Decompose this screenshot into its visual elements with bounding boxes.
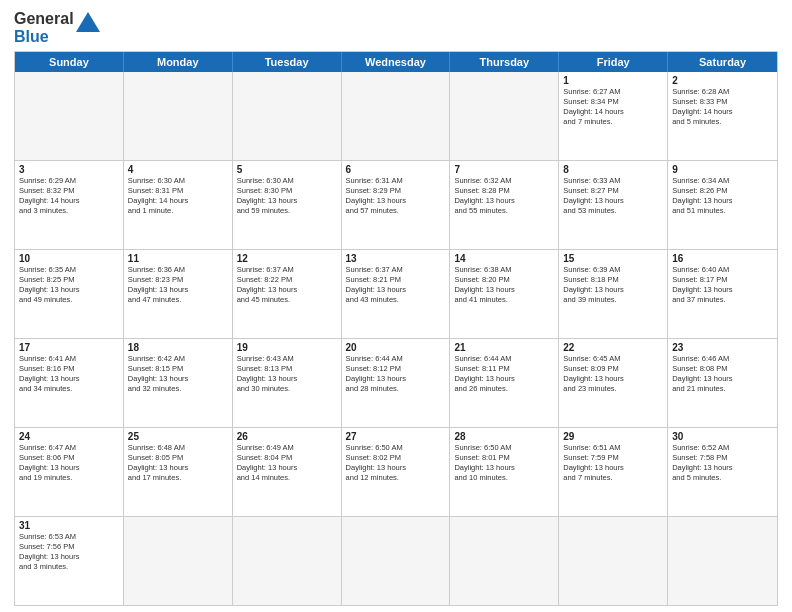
calendar-cell-r0-c1 (124, 72, 233, 160)
day-number: 10 (19, 253, 119, 264)
day-number: 21 (454, 342, 554, 353)
day-info: Sunrise: 6:48 AM Sunset: 8:05 PM Dayligh… (128, 443, 228, 484)
calendar-cell-r2-c0: 10Sunrise: 6:35 AM Sunset: 8:25 PM Dayli… (15, 250, 124, 338)
calendar-cell-r5-c2 (233, 517, 342, 605)
day-info: Sunrise: 6:44 AM Sunset: 8:12 PM Dayligh… (346, 354, 446, 395)
day-number: 16 (672, 253, 773, 264)
day-info: Sunrise: 6:30 AM Sunset: 8:31 PM Dayligh… (128, 176, 228, 217)
calendar-cell-r0-c2 (233, 72, 342, 160)
header: General Blue (14, 10, 778, 47)
calendar-cell-r5-c5 (559, 517, 668, 605)
day-number: 8 (563, 164, 663, 175)
day-number: 9 (672, 164, 773, 175)
page: General Blue SundayMondayTuesdayWednesda… (0, 0, 792, 612)
day-number: 4 (128, 164, 228, 175)
calendar-body: 1Sunrise: 6:27 AM Sunset: 8:34 PM Daylig… (15, 72, 777, 605)
day-number: 7 (454, 164, 554, 175)
day-number: 17 (19, 342, 119, 353)
day-number: 30 (672, 431, 773, 442)
weekday-header-saturday: Saturday (668, 52, 777, 72)
weekday-header-friday: Friday (559, 52, 668, 72)
calendar-cell-r5-c1 (124, 517, 233, 605)
day-number: 6 (346, 164, 446, 175)
calendar-cell-r4-c1: 25Sunrise: 6:48 AM Sunset: 8:05 PM Dayli… (124, 428, 233, 516)
calendar-cell-r3-c0: 17Sunrise: 6:41 AM Sunset: 8:16 PM Dayli… (15, 339, 124, 427)
day-number: 28 (454, 431, 554, 442)
day-info: Sunrise: 6:52 AM Sunset: 7:58 PM Dayligh… (672, 443, 773, 484)
calendar-cell-r3-c5: 22Sunrise: 6:45 AM Sunset: 8:09 PM Dayli… (559, 339, 668, 427)
calendar-cell-r2-c3: 13Sunrise: 6:37 AM Sunset: 8:21 PM Dayli… (342, 250, 451, 338)
day-number: 25 (128, 431, 228, 442)
day-info: Sunrise: 6:45 AM Sunset: 8:09 PM Dayligh… (563, 354, 663, 395)
calendar-cell-r4-c3: 27Sunrise: 6:50 AM Sunset: 8:02 PM Dayli… (342, 428, 451, 516)
day-number: 20 (346, 342, 446, 353)
calendar-cell-r4-c6: 30Sunrise: 6:52 AM Sunset: 7:58 PM Dayli… (668, 428, 777, 516)
calendar-row-5: 31Sunrise: 6:53 AM Sunset: 7:56 PM Dayli… (15, 516, 777, 605)
calendar-cell-r5-c3 (342, 517, 451, 605)
calendar-row-2: 10Sunrise: 6:35 AM Sunset: 8:25 PM Dayli… (15, 249, 777, 338)
weekday-header-wednesday: Wednesday (342, 52, 451, 72)
day-info: Sunrise: 6:29 AM Sunset: 8:32 PM Dayligh… (19, 176, 119, 217)
calendar-cell-r0-c3 (342, 72, 451, 160)
calendar-cell-r2-c1: 11Sunrise: 6:36 AM Sunset: 8:23 PM Dayli… (124, 250, 233, 338)
day-info: Sunrise: 6:50 AM Sunset: 8:02 PM Dayligh… (346, 443, 446, 484)
day-info: Sunrise: 6:37 AM Sunset: 8:21 PM Dayligh… (346, 265, 446, 306)
day-info: Sunrise: 6:33 AM Sunset: 8:27 PM Dayligh… (563, 176, 663, 217)
day-info: Sunrise: 6:50 AM Sunset: 8:01 PM Dayligh… (454, 443, 554, 484)
calendar-cell-r3-c4: 21Sunrise: 6:44 AM Sunset: 8:11 PM Dayli… (450, 339, 559, 427)
day-info: Sunrise: 6:37 AM Sunset: 8:22 PM Dayligh… (237, 265, 337, 306)
day-info: Sunrise: 6:40 AM Sunset: 8:17 PM Dayligh… (672, 265, 773, 306)
day-info: Sunrise: 6:41 AM Sunset: 8:16 PM Dayligh… (19, 354, 119, 395)
day-info: Sunrise: 6:27 AM Sunset: 8:34 PM Dayligh… (563, 87, 663, 128)
day-info: Sunrise: 6:44 AM Sunset: 8:11 PM Dayligh… (454, 354, 554, 395)
calendar: SundayMondayTuesdayWednesdayThursdayFrid… (14, 51, 778, 606)
calendar-cell-r3-c1: 18Sunrise: 6:42 AM Sunset: 8:15 PM Dayli… (124, 339, 233, 427)
calendar-cell-r1-c6: 9Sunrise: 6:34 AM Sunset: 8:26 PM Daylig… (668, 161, 777, 249)
calendar-row-0: 1Sunrise: 6:27 AM Sunset: 8:34 PM Daylig… (15, 72, 777, 160)
calendar-header: SundayMondayTuesdayWednesdayThursdayFrid… (15, 52, 777, 72)
day-info: Sunrise: 6:35 AM Sunset: 8:25 PM Dayligh… (19, 265, 119, 306)
day-info: Sunrise: 6:51 AM Sunset: 7:59 PM Dayligh… (563, 443, 663, 484)
day-number: 22 (563, 342, 663, 353)
day-number: 18 (128, 342, 228, 353)
weekday-header-sunday: Sunday (15, 52, 124, 72)
day-info: Sunrise: 6:47 AM Sunset: 8:06 PM Dayligh… (19, 443, 119, 484)
calendar-cell-r2-c5: 15Sunrise: 6:39 AM Sunset: 8:18 PM Dayli… (559, 250, 668, 338)
calendar-cell-r1-c3: 6Sunrise: 6:31 AM Sunset: 8:29 PM Daylig… (342, 161, 451, 249)
calendar-cell-r4-c2: 26Sunrise: 6:49 AM Sunset: 8:04 PM Dayli… (233, 428, 342, 516)
calendar-cell-r2-c4: 14Sunrise: 6:38 AM Sunset: 8:20 PM Dayli… (450, 250, 559, 338)
logo-triangle-icon (76, 12, 100, 32)
calendar-cell-r1-c4: 7Sunrise: 6:32 AM Sunset: 8:28 PM Daylig… (450, 161, 559, 249)
day-info: Sunrise: 6:36 AM Sunset: 8:23 PM Dayligh… (128, 265, 228, 306)
day-info: Sunrise: 6:32 AM Sunset: 8:28 PM Dayligh… (454, 176, 554, 217)
calendar-cell-r3-c6: 23Sunrise: 6:46 AM Sunset: 8:08 PM Dayli… (668, 339, 777, 427)
calendar-cell-r3-c2: 19Sunrise: 6:43 AM Sunset: 8:13 PM Dayli… (233, 339, 342, 427)
calendar-cell-r3-c3: 20Sunrise: 6:44 AM Sunset: 8:12 PM Dayli… (342, 339, 451, 427)
calendar-cell-r1-c2: 5Sunrise: 6:30 AM Sunset: 8:30 PM Daylig… (233, 161, 342, 249)
calendar-cell-r1-c0: 3Sunrise: 6:29 AM Sunset: 8:32 PM Daylig… (15, 161, 124, 249)
calendar-cell-r5-c4 (450, 517, 559, 605)
day-info: Sunrise: 6:42 AM Sunset: 8:15 PM Dayligh… (128, 354, 228, 395)
calendar-cell-r1-c5: 8Sunrise: 6:33 AM Sunset: 8:27 PM Daylig… (559, 161, 668, 249)
day-info: Sunrise: 6:49 AM Sunset: 8:04 PM Dayligh… (237, 443, 337, 484)
day-info: Sunrise: 6:39 AM Sunset: 8:18 PM Dayligh… (563, 265, 663, 306)
calendar-cell-r0-c6: 2Sunrise: 6:28 AM Sunset: 8:33 PM Daylig… (668, 72, 777, 160)
day-number: 27 (346, 431, 446, 442)
calendar-cell-r5-c0: 31Sunrise: 6:53 AM Sunset: 7:56 PM Dayli… (15, 517, 124, 605)
weekday-header-monday: Monday (124, 52, 233, 72)
day-number: 23 (672, 342, 773, 353)
day-number: 12 (237, 253, 337, 264)
calendar-cell-r4-c5: 29Sunrise: 6:51 AM Sunset: 7:59 PM Dayli… (559, 428, 668, 516)
day-info: Sunrise: 6:38 AM Sunset: 8:20 PM Dayligh… (454, 265, 554, 306)
day-info: Sunrise: 6:46 AM Sunset: 8:08 PM Dayligh… (672, 354, 773, 395)
day-number: 29 (563, 431, 663, 442)
day-number: 14 (454, 253, 554, 264)
day-info: Sunrise: 6:53 AM Sunset: 7:56 PM Dayligh… (19, 532, 119, 573)
day-number: 3 (19, 164, 119, 175)
day-info: Sunrise: 6:30 AM Sunset: 8:30 PM Dayligh… (237, 176, 337, 217)
day-number: 26 (237, 431, 337, 442)
logo: General Blue (14, 10, 100, 47)
day-info: Sunrise: 6:28 AM Sunset: 8:33 PM Dayligh… (672, 87, 773, 128)
day-number: 1 (563, 75, 663, 86)
day-number: 11 (128, 253, 228, 264)
